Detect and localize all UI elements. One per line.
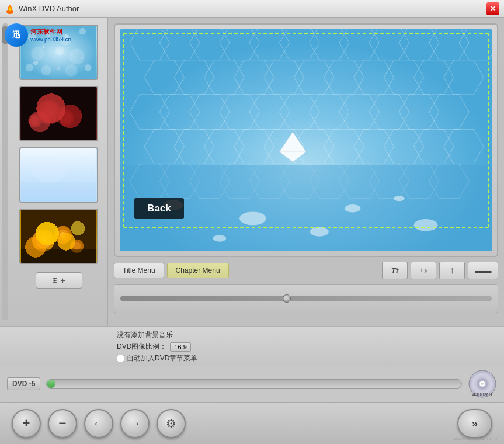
timeline-thumb[interactable] xyxy=(283,294,291,303)
app-title: WinX DVD Author xyxy=(19,4,79,13)
thumbnail-3[interactable] xyxy=(19,147,98,203)
sidebar-scrollbar[interactable] xyxy=(2,23,8,320)
logo-text: 河东软件网 www.pc0359.cn xyxy=(30,27,71,43)
back-button-preview[interactable]: Back xyxy=(134,198,184,219)
title-menu-tab[interactable]: Title Menu xyxy=(114,263,164,278)
text-tool-button[interactable]: Tt xyxy=(382,262,408,279)
auto-chapter-checkbox[interactable] xyxy=(117,355,124,362)
app-icon xyxy=(5,4,15,14)
thumbnail-4-image xyxy=(20,210,97,263)
svg-point-30 xyxy=(57,230,68,241)
settings-button[interactable]: ⚙ xyxy=(157,409,186,438)
chapter-menu-tab[interactable]: Chapter Menu xyxy=(167,263,229,278)
logo-line1: 河东软件网 xyxy=(30,27,71,36)
dvd-label: DVD -5 xyxy=(7,377,40,390)
logo-line2: www.pc0359.cn xyxy=(30,36,71,43)
add-button-bottom[interactable]: + xyxy=(12,409,41,438)
thumbnail-4[interactable] xyxy=(19,209,98,264)
no-music-label: 没有添加背景音乐 xyxy=(117,330,497,340)
next-icon: » xyxy=(472,418,478,430)
thumbnail-3-image xyxy=(20,148,97,202)
add-thumbnail-button[interactable]: ⊞ + xyxy=(36,272,82,289)
thumbnail-list: ⊞ + xyxy=(11,18,107,326)
svg-point-24 xyxy=(32,159,65,182)
svg-point-29 xyxy=(54,226,72,244)
image-tool-label: ↑ xyxy=(450,265,454,276)
svg-point-26 xyxy=(32,230,54,252)
dvd-progress-fill xyxy=(47,380,55,388)
timeline-area[interactable] xyxy=(114,284,498,313)
svg-point-20 xyxy=(30,116,39,125)
preview-screen: Back xyxy=(120,29,492,251)
svg-point-96 xyxy=(414,219,438,231)
close-button[interactable]: ✕ xyxy=(486,2,499,15)
svg-point-11 xyxy=(65,64,78,77)
image-tool-button[interactable]: ↑ xyxy=(439,262,465,279)
dvd-progress-bar xyxy=(46,379,462,388)
svg-point-17 xyxy=(57,109,74,126)
preview-container: Back xyxy=(114,23,498,257)
svg-point-31 xyxy=(60,232,66,238)
thumbnail-2[interactable] xyxy=(19,86,98,141)
effect-tool-label: ▬▬▬ xyxy=(475,268,491,274)
svg-point-99 xyxy=(394,196,404,201)
settings-icon: ⚙ xyxy=(166,417,176,431)
svg-point-33 xyxy=(73,242,81,250)
effect-tool-button[interactable]: ▬▬▬ xyxy=(468,262,498,279)
content-area: Back Title Menu Chapter Menu Tt xyxy=(108,18,504,326)
thumbnail-2-image xyxy=(20,87,97,140)
svg-point-98 xyxy=(310,227,329,237)
forward-icon: → xyxy=(128,416,141,431)
sidebar: ⊞ + xyxy=(0,18,108,326)
ratio-row: DVD图像比例： 16:9 xyxy=(117,342,497,352)
svg-point-97 xyxy=(213,235,227,241)
logo-area: 迅 河东软件网 www.pc0359.cn xyxy=(5,20,104,50)
svg-rect-34 xyxy=(21,249,96,263)
music-tool-label: +♪ xyxy=(419,266,427,275)
svg-point-18 xyxy=(60,112,72,124)
bottom-toolbar: + − ← → ⚙ » xyxy=(0,402,504,444)
watermark: www.winxdvd.com xyxy=(454,436,497,442)
svg-point-9 xyxy=(26,64,33,71)
add-icon: + xyxy=(23,416,30,431)
info-bar: 没有添加背景音乐 DVD图像比例： 16:9 自动加入DVD章节菜单 xyxy=(0,326,504,366)
toolbar: Title Menu Chapter Menu Tt +♪ xyxy=(114,261,498,280)
title-bar: WinX DVD Author ✕ xyxy=(0,0,504,18)
add-button-icon: ⊞ xyxy=(52,276,58,285)
logo-circle: 迅 xyxy=(5,23,28,47)
remove-icon: − xyxy=(59,416,67,431)
music-tool-button[interactable]: +♪ xyxy=(411,262,436,279)
main-layout: ⊞ + xyxy=(0,18,504,444)
svg-point-8 xyxy=(69,48,85,64)
auto-chapter-label: 自动加入DVD章节菜单 xyxy=(127,353,197,363)
dvd-disc-container: 4300MB xyxy=(468,369,497,398)
timeline-track xyxy=(120,296,492,301)
title-bar-left: WinX DVD Author xyxy=(5,4,79,14)
svg-point-32 xyxy=(70,240,84,253)
ratio-label: DVD图像比例： xyxy=(117,342,166,352)
remove-button[interactable]: − xyxy=(48,409,77,438)
dvd-bar: DVD -5 xyxy=(0,366,504,402)
svg-point-27 xyxy=(36,233,51,248)
auto-chapter-row: 自动加入DVD章节菜单 xyxy=(117,353,497,363)
forward-button[interactable]: → xyxy=(120,409,150,438)
dvd-size-label: 4300MB xyxy=(472,391,492,397)
svg-point-94 xyxy=(239,211,266,225)
ratio-value: 16:9 xyxy=(170,342,190,352)
svg-point-19 xyxy=(28,114,41,127)
svg-point-95 xyxy=(345,204,360,213)
svg-point-12 xyxy=(85,64,91,71)
svg-rect-22 xyxy=(21,148,96,202)
svg-point-10 xyxy=(41,65,51,75)
back-button-bottom[interactable]: ← xyxy=(84,409,113,438)
add-button-label: + xyxy=(60,276,65,285)
next-button[interactable]: » xyxy=(457,409,492,438)
svg-point-14 xyxy=(37,100,61,124)
svg-point-28 xyxy=(39,237,47,244)
svg-rect-23 xyxy=(21,182,96,202)
svg-point-15 xyxy=(39,102,58,122)
svg-rect-21 xyxy=(21,87,96,140)
content-split: ⊞ + xyxy=(0,18,504,326)
svg-rect-25 xyxy=(21,210,96,263)
svg-rect-13 xyxy=(21,87,96,140)
